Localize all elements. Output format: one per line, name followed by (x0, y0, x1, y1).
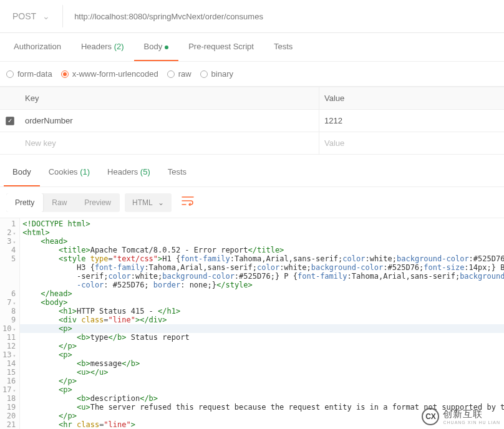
param-key[interactable]: orderNumber (20, 110, 319, 132)
response-tab-body[interactable]: Body (4, 158, 40, 186)
code-line[interactable]: <b>type</b> Status report (20, 333, 504, 342)
watermark-logo-icon: CX (422, 408, 439, 425)
code-line[interactable]: <p> (20, 350, 504, 359)
code-line[interactable]: <u></u> (20, 368, 504, 377)
row-checkbox[interactable]: ✓ (6, 117, 14, 125)
body-type-binary[interactable]: binary (200, 69, 233, 79)
code-line[interactable]: </p> (20, 342, 504, 350)
param-value[interactable]: 1212 (319, 110, 504, 132)
wrap-lines-icon[interactable] (177, 192, 199, 213)
code-line[interactable]: <p> (20, 385, 504, 394)
response-tabs: BodyCookies (1)Headers (5)Tests (0, 158, 504, 187)
view-mode-pretty[interactable]: Pretty (6, 193, 43, 212)
new-key-input[interactable]: New key (20, 132, 319, 154)
kv-value-header: Value (319, 87, 504, 109)
response-tab-headers[interactable]: Headers (5) (99, 158, 159, 186)
code-line[interactable]: -color: #525D76; border: none;}</style> (20, 281, 504, 289)
code-line[interactable]: <b>message</b> (20, 359, 504, 368)
table-row[interactable]: ✓orderNumber1212 (0, 110, 504, 132)
code-line[interactable]: <title>Apache Tomcat/8.0.52 - Error repo… (20, 246, 504, 254)
code-line[interactable]: <html> (20, 228, 504, 237)
format-label: HTML (132, 198, 153, 207)
kv-header-row: Key Value (0, 87, 504, 110)
response-tab-tests[interactable]: Tests (159, 158, 195, 186)
chevron-down-icon: ⌄ (42, 11, 50, 21)
chevron-down-icon: ⌄ (158, 198, 164, 207)
response-tab-cookies[interactable]: Cookies (1) (40, 158, 99, 186)
code-line[interactable]: <body> (20, 298, 504, 307)
request-tabs: AuthorizationHeaders (2)BodyPre-request … (0, 33, 504, 62)
watermark: CX 创新互联 CHUANG XIN HU LIAN (422, 408, 500, 425)
kv-new-row[interactable]: New key Value (0, 132, 504, 155)
code-line[interactable]: <b>description</b> (20, 394, 504, 403)
code-line[interactable]: <!DOCTYPE html> (20, 219, 504, 228)
body-type-form-data[interactable]: form-data (6, 69, 52, 79)
kv-key-header: Key (20, 87, 319, 109)
new-value-input[interactable]: Value (319, 132, 504, 154)
view-mode-group: PrettyRawPreview (6, 193, 120, 212)
response-body-viewer[interactable]: 1234567891011121314151617181920212223 <!… (0, 218, 504, 429)
tab-tests[interactable]: Tests (264, 33, 303, 61)
code-line[interactable]: H3 {font-family:Tahoma,Arial,sans-serif;… (20, 263, 504, 272)
view-mode-preview[interactable]: Preview (75, 193, 120, 212)
tab-pre-request-script[interactable]: Pre-request Script (178, 33, 264, 61)
code-line[interactable]: <head> (20, 237, 504, 246)
watermark-text-cn: 创新互联 (443, 408, 500, 420)
code-line[interactable]: -serif;color:white;background-color:#525… (20, 272, 504, 281)
http-method-label: POST (12, 11, 36, 21)
view-mode-bar: PrettyRawPreview HTML ⌄ (0, 187, 504, 218)
request-bar: POST ⌄ (0, 0, 504, 33)
form-params-table: Key Value ✓orderNumber1212 New key Value (0, 87, 504, 155)
tab-headers[interactable]: Headers (2) (71, 33, 134, 61)
tab-authorization[interactable]: Authorization (4, 33, 71, 61)
view-mode-raw[interactable]: Raw (43, 193, 75, 212)
code-line[interactable]: <style type="text/css">H1 {font-family:T… (20, 254, 504, 263)
url-input[interactable] (63, 6, 504, 27)
tab-body[interactable]: Body (134, 33, 179, 61)
code-line[interactable]: <div class="line"></div> (20, 316, 504, 324)
format-dropdown[interactable]: HTML ⌄ (125, 193, 172, 212)
code-line[interactable]: </head> (20, 289, 504, 298)
watermark-text-pinyin: CHUANG XIN HU LIAN (443, 420, 500, 425)
body-type-radios: form-datax-www-form-urlencodedrawbinary (0, 62, 504, 87)
code-line[interactable]: </p> (20, 377, 504, 385)
body-type-x-www-form-urlencoded[interactable]: x-www-form-urlencoded (61, 69, 158, 79)
http-method-select[interactable]: POST ⌄ (0, 5, 63, 27)
code-line[interactable]: <h1>HTTP Status 415 - </h1> (20, 307, 504, 316)
body-type-raw[interactable]: raw (167, 69, 191, 79)
code-line[interactable]: <p> (20, 324, 504, 333)
